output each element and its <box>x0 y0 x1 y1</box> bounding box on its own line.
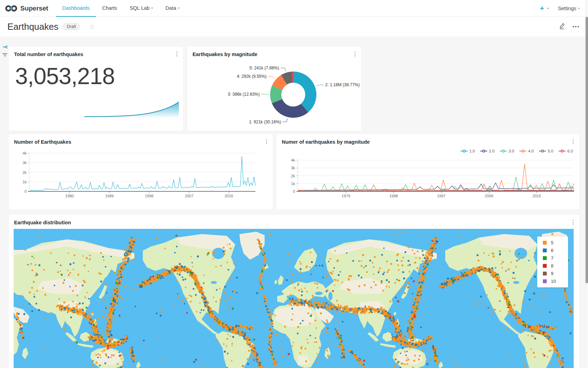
svg-text:3k: 3k <box>22 161 27 165</box>
svg-text:1998: 1998 <box>145 194 153 198</box>
svg-text:1: 921k (30.16%): 1: 921k (30.16%) <box>249 120 281 124</box>
chevron-down-icon: ▾ <box>178 6 180 10</box>
svg-text:2015: 2015 <box>532 194 541 198</box>
world-map[interactable] <box>14 229 574 368</box>
map-legend-item-8[interactable]: 8 <box>543 263 568 268</box>
plus-icon: + <box>540 5 544 12</box>
expand-filter-bar-icon[interactable] <box>2 45 8 51</box>
new-item-button[interactable]: + ▾ <box>540 5 549 12</box>
card-total-earthquakes: Total number of earthquakes 3,053,218 <box>9 47 183 131</box>
card-earthquakes-by-magnitude-timeseries: Numer of earthquakes by magnitude 1.0 2.… <box>276 134 579 210</box>
more-options-icon[interactable] <box>573 26 579 27</box>
chevron-down-icon: ▾ <box>547 7 549 10</box>
map-legend-item-7[interactable]: 7 <box>543 255 568 261</box>
svg-text:1979: 1979 <box>342 194 350 198</box>
svg-text:2016: 2016 <box>225 194 233 198</box>
svg-text:2: 1.18M (38.77%): 2: 1.18M (38.77%) <box>325 82 360 87</box>
infinity-logo-icon <box>5 4 18 13</box>
line-chart[interactable]: 01k2k3k4k19801989199820072016 <box>9 134 273 210</box>
settings-menu[interactable]: Settings ▾ <box>558 6 580 11</box>
card-earthquake-distribution: Earthquake distribution <box>9 215 579 368</box>
favorite-star-icon[interactable]: ☆ <box>89 23 95 30</box>
svg-text:2006: 2006 <box>485 194 493 198</box>
card-number-of-earthquakes: Number of Earthquakes 01k2k3k4k198019891… <box>9 134 273 210</box>
map-legend: 5 6 7 8 9 10 <box>537 237 568 287</box>
nav-tab-sql-lab[interactable]: SQL Lab ▾ <box>124 0 159 17</box>
page-title: Earthquakes <box>7 21 58 32</box>
chart-menu-icon[interactable] <box>176 51 178 57</box>
svg-text:0: 0 <box>293 189 295 193</box>
nav-tab-data[interactable]: Data ▾ <box>159 0 186 17</box>
svg-text:2k: 2k <box>22 170 27 175</box>
scrollbar-thumb[interactable] <box>586 17 588 283</box>
card-earthquakes-by-magnitude: Earthquakes by magnitude 2: 1.18M (38.77… <box>187 47 361 131</box>
svg-text:4: 292k (9.55%): 4: 292k (9.55%) <box>237 74 267 79</box>
nav-tab-charts[interactable]: Charts <box>96 0 124 17</box>
chevron-down-icon: ▾ <box>578 7 580 10</box>
status-badge: Draft <box>63 23 80 30</box>
series-count <box>30 157 255 191</box>
svg-text:1k: 1k <box>291 182 295 186</box>
svg-text:0: 0 <box>24 189 27 193</box>
filter-icon[interactable] <box>2 52 8 59</box>
svg-text:2k: 2k <box>291 174 295 178</box>
navbar: Superset Dashboards Charts SQL Lab ▾ Dat… <box>0 0 588 17</box>
svg-text:4k: 4k <box>291 158 295 162</box>
svg-text:1980: 1980 <box>65 194 74 198</box>
map-legend-item-5[interactable]: 5 <box>543 240 568 245</box>
chart-menu-icon[interactable] <box>572 219 574 225</box>
map-legend-item-10[interactable]: 10 <box>543 279 568 284</box>
multi-line-chart[interactable]: 01k2k3k4k19791988199720062015 <box>276 134 579 210</box>
svg-text:5: 241k (7.88%): 5: 241k (7.88%) <box>250 66 279 70</box>
map-legend-item-6[interactable]: 6 <box>543 248 568 253</box>
chart-title: Earthquake distribution <box>14 220 71 225</box>
svg-text:3k: 3k <box>291 166 295 170</box>
svg-text:1k: 1k <box>22 180 27 184</box>
donut-chart[interactable]: 2: 1.18M (38.77%)1: 921k (30.16%)3: 386k… <box>187 47 361 131</box>
superset-logo[interactable]: Superset <box>5 4 48 13</box>
brand-name: Superset <box>20 5 48 12</box>
svg-text:3: 386k (12.63%): 3: 386k (12.63%) <box>228 92 260 97</box>
main-nav: Dashboards Charts SQL Lab ▾ Data ▾ <box>56 0 186 17</box>
map-legend-item-9[interactable]: 9 <box>543 271 568 276</box>
dashboard-header: Earthquakes Draft ☆ <box>0 17 588 36</box>
svg-text:2007: 2007 <box>185 194 193 198</box>
chart-title: Total number of earthquakes <box>14 52 83 57</box>
svg-text:4k: 4k <box>22 151 27 155</box>
trendline-chart <box>84 98 179 120</box>
page-scrollbar[interactable] <box>585 0 588 368</box>
svg-text:1989: 1989 <box>105 194 113 198</box>
edit-pencil-icon[interactable] <box>559 22 566 31</box>
world-map-svg <box>14 229 574 368</box>
series-3.0 <box>298 177 574 191</box>
svg-text:1997: 1997 <box>437 194 446 198</box>
chevron-down-icon: ▾ <box>151 6 153 10</box>
svg-text:1988: 1988 <box>389 194 398 198</box>
nav-tab-dashboards[interactable]: Dashboards <box>56 0 96 17</box>
big-number-value: 3,053,218 <box>15 63 115 89</box>
